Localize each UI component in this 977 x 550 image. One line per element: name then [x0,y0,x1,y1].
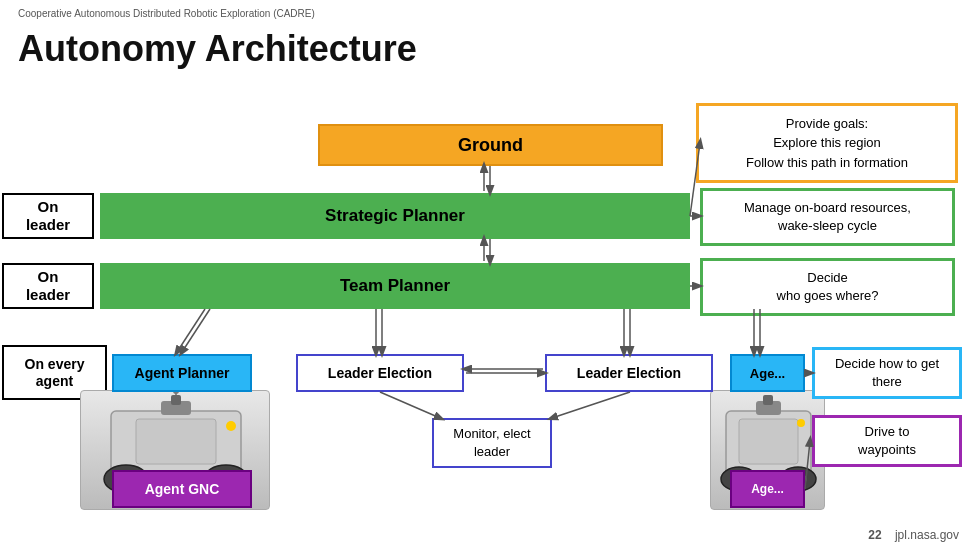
leader-election-box-1: Leader Election [296,354,464,392]
agent-planner-box: Agent Planner [112,354,252,392]
svg-line-30 [182,309,210,352]
on-leader-label-2: Onleader [2,263,94,309]
agent-gnc-box-right: Age... [730,470,805,508]
svg-point-19 [797,419,805,427]
svg-rect-2 [171,395,181,405]
manage-resources-box: Manage on-board resources,wake-sleep cyc… [700,188,955,246]
ground-box: Ground [318,124,663,166]
on-leader-label-1: Onleader [2,193,94,239]
svg-rect-18 [739,419,798,464]
leader-election-box-2: Leader Election [545,354,713,392]
drive-waypoints-box: Drive towaypoints [812,415,962,467]
main-title: Autonomy Architecture [18,28,417,70]
slide: Cooperative Autonomous Distributed Robot… [0,0,977,550]
svg-line-41 [552,392,630,418]
monitor-elect-box: Monitor, electleader [432,418,552,468]
decide-where-box: Decidewho goes where? [700,258,955,316]
decide-get-there-box: Decide how to getthere [812,347,962,399]
svg-line-31 [177,309,205,352]
agent-gnc-box-left: Agent GNC [112,470,252,508]
top-bar: Cooperative Autonomous Distributed Robot… [18,8,315,19]
team-planner-bar: Team Planner [100,263,690,309]
svg-line-40 [380,392,440,418]
svg-point-8 [226,421,236,431]
agent-planner-right-box: Age... [730,354,805,392]
svg-rect-7 [136,419,216,464]
footer-url: jpl.nasa.gov [895,528,959,542]
strategic-planner-bar: Strategic Planner [100,193,690,239]
svg-rect-13 [763,395,773,405]
provide-goals-box: Provide goals:Explore this regionFollow … [696,103,958,183]
footer-page: 22 [868,528,881,542]
footer: 22 jpl.nasa.gov [868,528,959,542]
